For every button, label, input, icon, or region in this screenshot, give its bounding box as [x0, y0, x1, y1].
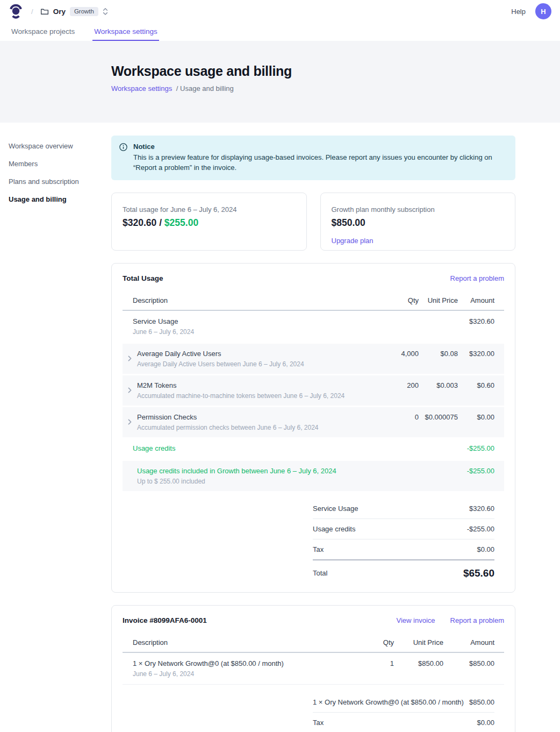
- summary-value: $0.00: [477, 719, 494, 727]
- chevron-right-icon[interactable]: [123, 419, 137, 425]
- invoice-line-title: 1 × Ory Network Growth@0 (at $850.00 / m…: [133, 659, 362, 667]
- usage-panel-title: Total Usage: [123, 274, 163, 282]
- ory-logo-icon[interactable]: [9, 3, 23, 20]
- col-description: Description: [123, 296, 374, 304]
- summary-value: -$255.00: [467, 525, 494, 533]
- credits-detail-subtitle: Up to $ 255.00 included: [137, 478, 336, 485]
- col-description: Description: [123, 638, 362, 646]
- line-item-subtitle: Accumulated permission checks between Ju…: [137, 424, 319, 431]
- line-item-unit-price: $0.003: [419, 381, 458, 389]
- line-item-unit-price: $0.08: [419, 350, 458, 358]
- tab-workspace-projects[interactable]: Workspace projects: [10, 23, 76, 41]
- invoice-report-problem-link[interactable]: Report a problem: [450, 616, 504, 624]
- summary-value: $320.60: [469, 504, 494, 513]
- sidebar-item-plans-and-subscription[interactable]: Plans and subscription: [9, 176, 111, 187]
- usage-separator: /: [156, 217, 164, 228]
- subscription-amount: $850.00: [332, 217, 505, 229]
- summary-row-tax: Tax $0.00: [313, 539, 494, 560]
- preview-notice-banner: Notice This is a preview feature for dis…: [111, 136, 515, 180]
- line-item-subtitle: Accumulated machine-to-machine tokens be…: [137, 392, 344, 400]
- invoice-line-unit-price: $850.00: [394, 659, 443, 667]
- invoice-summary: 1 × Ory Network Growth@0 (at $850.00 / m…: [313, 692, 494, 732]
- col-amount: Amount: [443, 638, 494, 646]
- subscription-card: Growth plan monthly subscription $850.00…: [320, 193, 516, 251]
- usage-line-item-permission-checks[interactable]: Permission Checks Accumulated permission…: [123, 407, 504, 437]
- line-item-amount: $0.00: [458, 413, 494, 421]
- summary-label: Tax: [313, 719, 324, 727]
- usage-report-problem-link[interactable]: Report a problem: [450, 274, 504, 282]
- line-item-unit-price: $0.000075: [419, 413, 458, 421]
- line-item-qty: 0: [374, 413, 419, 421]
- summary-row-plan: 1 × Ory Network Growth@0 (at $850.00 / m…: [313, 692, 494, 713]
- usage-credit-amount: $255.00: [164, 217, 198, 228]
- service-usage-amount: $320.60: [458, 317, 494, 325]
- col-qty: Qty: [362, 638, 394, 646]
- service-usage-title: Service Usage: [133, 317, 374, 325]
- line-item-title: Average Daily Active Users: [137, 350, 304, 358]
- usage-credits-detail-row: Usage credits included in Growth between…: [123, 461, 504, 491]
- sidebar-item-workspace-overview[interactable]: Workspace overview: [9, 141, 111, 151]
- usage-total-row: Total $65.60: [313, 560, 494, 579]
- folder-icon: [40, 8, 49, 15]
- line-item-qty: 200: [374, 381, 419, 389]
- invoice-table: Description Qty Unit Price Amount 1 × Or…: [123, 633, 504, 685]
- invoice-line-amount: $850.00: [443, 659, 494, 667]
- usage-line-item-adau[interactable]: Average Daily Active Users Average Daily…: [123, 344, 504, 374]
- chevron-right-icon[interactable]: [123, 387, 137, 393]
- workspace-switcher[interactable]: Ory Growth: [40, 7, 108, 16]
- invoice-line-row: 1 × Ory Network Growth@0 (at $850.00 / m…: [123, 653, 504, 685]
- line-item-title: M2M Tokens: [137, 381, 344, 389]
- col-unit-price: Unit Price: [419, 296, 458, 304]
- workspace-tabs: Workspace projects Workspace settings: [0, 23, 560, 41]
- sidebar-item-usage-and-billing[interactable]: Usage and billing: [9, 194, 111, 204]
- breadcrumb: Workspace settings / Usage and billing: [111, 84, 560, 93]
- breadcrumb-slash: /: [31, 8, 33, 16]
- notice-body: This is a preview feature for displaying…: [133, 153, 504, 173]
- line-item-amount: $0.60: [458, 381, 494, 389]
- chevron-right-icon[interactable]: [123, 356, 137, 361]
- plan-badge: Growth: [70, 7, 98, 16]
- summary-row-tax: Tax $0.00: [313, 713, 494, 732]
- usage-summary: Service Usage $320.60 Usage credits -$25…: [313, 499, 494, 579]
- breadcrumb-settings-link[interactable]: Workspace settings: [111, 84, 172, 93]
- total-usage-value: $320.60 / $255.00: [123, 217, 296, 229]
- view-invoice-link[interactable]: View invoice: [397, 616, 435, 624]
- line-item-qty: 4,000: [374, 350, 419, 358]
- service-usage-period: June 6 – July 6, 2024: [133, 328, 374, 336]
- info-icon: [119, 143, 127, 151]
- col-amount: Amount: [458, 296, 494, 304]
- usage-used-amount: $320.60: [123, 217, 156, 228]
- invoice-line-period: June 6 – July 6, 2024: [133, 670, 362, 678]
- subscription-label: Growth plan monthly subscription: [332, 205, 505, 214]
- invoice-line-qty: 1: [362, 659, 394, 667]
- select-caret-icon[interactable]: [103, 8, 108, 16]
- total-usage-label: Total usage for June 6 – July 6, 2024: [123, 205, 296, 214]
- service-usage-row: Service Usage June 6 – July 6, 2024 $320…: [123, 311, 504, 342]
- total-label: Total: [313, 569, 327, 577]
- total-usage-card: Total usage for June 6 – July 6, 2024 $3…: [111, 193, 307, 251]
- user-avatar[interactable]: H: [535, 3, 551, 19]
- summary-value: $0.00: [477, 545, 494, 553]
- notice-title: Notice: [133, 143, 504, 151]
- col-unit-price: Unit Price: [394, 638, 443, 646]
- help-link[interactable]: Help: [511, 8, 526, 16]
- total-value: $65.60: [463, 567, 494, 579]
- sidebar-item-members[interactable]: Members: [9, 159, 111, 169]
- upgrade-plan-link[interactable]: Upgrade plan: [332, 237, 374, 245]
- usage-credits-amount: -$255.00: [458, 444, 494, 452]
- summary-value: $850.00: [469, 698, 494, 706]
- total-usage-panel: Total Usage Report a problem Description…: [111, 263, 515, 593]
- credits-detail-amount: -$255.00: [458, 467, 494, 475]
- summary-label: 1 × Ory Network Growth@0 (at $850.00 / m…: [313, 698, 464, 706]
- col-qty: Qty: [374, 296, 419, 304]
- tab-workspace-settings[interactable]: Workspace settings: [92, 23, 159, 41]
- breadcrumb-current: / Usage and billing: [176, 84, 234, 93]
- usage-table: Description Qty Unit Price Amount Servic…: [123, 291, 504, 491]
- page-title: Workspace usage and billing: [111, 63, 560, 79]
- usage-credits-title: Usage credits: [123, 444, 374, 452]
- settings-sidebar: Workspace overview Members Plans and sub…: [0, 123, 111, 732]
- summary-label: Service Usage: [313, 504, 358, 513]
- usage-line-item-m2m[interactable]: M2M Tokens Accumulated machine-to-machin…: [123, 375, 504, 406]
- usage-table-header: Description Qty Unit Price Amount: [123, 291, 504, 311]
- invoice-panel: Invoice #8099AFA6-0001 View invoice Repo…: [111, 605, 515, 732]
